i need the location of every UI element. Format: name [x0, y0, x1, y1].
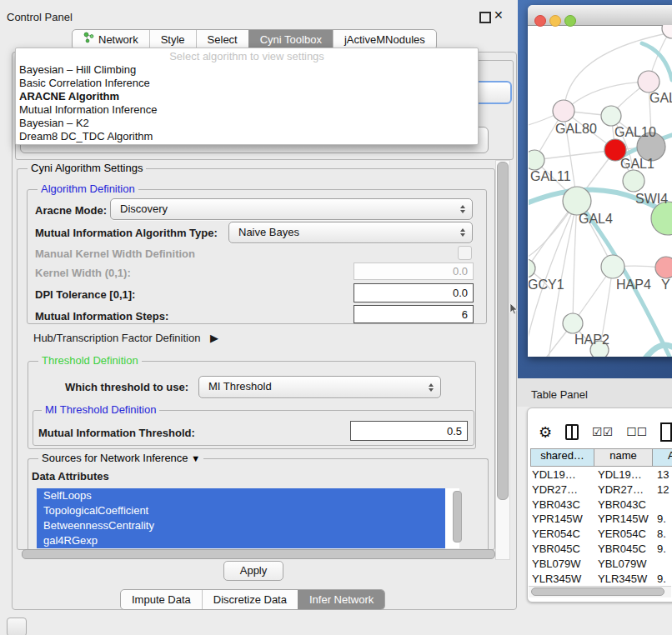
- table-cell[interactable]: 9.: [656, 572, 672, 586]
- table-cell[interactable]: YDL19…: [596, 468, 656, 482]
- kernel-width-field[interactable]: 0.0: [354, 262, 474, 280]
- table-row[interactable]: YER054CYER054C8.: [530, 527, 672, 542]
- manual-kernel-checkbox[interactable]: [458, 246, 472, 260]
- table-cell[interactable]: 9.: [656, 542, 672, 557]
- algorithm-option-bayesian-hill-climbing[interactable]: Bayesian – Hill Climbing: [16, 63, 478, 77]
- split-columns-icon[interactable]: [565, 424, 579, 440]
- hub-definition-toggle[interactable]: Hub/Transcription Factor Definition ▶: [33, 332, 218, 344]
- attribute-item-gal4rgexp[interactable]: gal4RGexp: [37, 533, 445, 548]
- tab-impute-data[interactable]: Impute Data: [121, 590, 202, 609]
- table-cell[interactable]: YBR045C: [596, 542, 656, 557]
- which-threshold-combobox[interactable]: MI Threshold: [198, 376, 441, 398]
- table-row[interactable]: YBL079WYBL079W: [530, 557, 672, 572]
- table-row[interactable]: YBR043CYBR043C: [530, 498, 672, 512]
- network-node-y[interactable]: [655, 257, 672, 278]
- table-cell[interactable]: YBR043C: [530, 498, 596, 512]
- table-cell[interactable]: YER054C: [530, 527, 596, 542]
- table-cell[interactable]: [656, 557, 672, 572]
- table-cell[interactable]: YDR27…: [530, 482, 596, 498]
- settings-scrollbar-thumb[interactable]: [497, 162, 509, 500]
- spinner-arrows-icon: [460, 228, 465, 237]
- manual-kernel-label: Manual Kernel Width Definition: [35, 248, 195, 260]
- algorithm-option-bayesian-k2[interactable]: Bayesian – K2: [16, 117, 478, 130]
- threshold-definition-title: Threshold Definition: [38, 354, 142, 367]
- algorithm-option-dream8-dc-tdc-algorithm[interactable]: Dream8 DC_TDC Algorithm: [16, 130, 478, 143]
- attribute-item-topologicalcoefficient[interactable]: TopologicalCoefficient: [37, 503, 445, 518]
- table-cell[interactable]: YPR145W: [596, 512, 656, 527]
- network-node-label-gal1: GAL1: [620, 157, 654, 171]
- table-cell[interactable]: YPR145W: [530, 512, 596, 527]
- mi-threshold-label: Mutual Information Threshold:: [38, 427, 195, 439]
- table-cell[interactable]: 9.: [656, 512, 672, 527]
- network-node[interactable]: [662, 25, 672, 38]
- network-node-hap4[interactable]: [601, 255, 624, 278]
- settings-gear-icon[interactable]: ⚙: [539, 423, 552, 441]
- mi-threshold-field[interactable]: 0.5: [350, 421, 468, 441]
- table-row[interactable]: YPR145WYPR145W9.: [530, 512, 672, 527]
- unselect-columns-icon[interactable]: ☐☐: [626, 425, 647, 438]
- sources-title[interactable]: Sources for Network Inference ▼: [38, 452, 203, 464]
- table-cell[interactable]: YBL079W: [596, 557, 656, 572]
- table-cell[interactable]: YBL079W: [530, 557, 596, 572]
- network-node-hap2[interactable]: [563, 313, 583, 333]
- tab-select[interactable]: Select: [196, 30, 248, 49]
- dpi-tolerance-field[interactable]: 0.0: [354, 283, 474, 302]
- network-node-gal11[interactable]: [529, 150, 544, 170]
- collapsed-panel-button[interactable]: [7, 618, 27, 635]
- tab-network-label: Network: [98, 30, 138, 49]
- table-cell[interactable]: YLR345W: [530, 572, 596, 586]
- tab-network[interactable]: Network: [73, 30, 149, 49]
- tab-style[interactable]: Style: [149, 30, 196, 49]
- mi-steps-field[interactable]: 6: [354, 305, 474, 323]
- float-panel-button[interactable]: [479, 12, 491, 23]
- network-window-titlebar[interactable]: [528, 5, 672, 26]
- table-row[interactable]: YDL19…YDL19…13: [530, 468, 672, 482]
- tab-infer-network[interactable]: Infer Network: [298, 590, 384, 609]
- table-row[interactable]: YLR345WYLR345W9.: [530, 572, 672, 586]
- tab-impute-data-label: Impute Data: [132, 590, 191, 609]
- network-node-gcy1[interactable]: [529, 259, 535, 278]
- select-columns-icon[interactable]: ☑☑: [592, 425, 613, 438]
- network-node-swi4[interactable]: [623, 170, 644, 192]
- attributes-list-scrollbar[interactable]: [453, 491, 462, 542]
- apply-button[interactable]: Apply: [223, 561, 283, 581]
- close-panel-button[interactable]: ✕: [494, 8, 504, 22]
- table-hscrollbar-thumb[interactable]: [531, 588, 664, 596]
- column-header-shared[interactable]: shared…: [530, 448, 594, 467]
- new-table-icon[interactable]: [660, 422, 672, 442]
- column-header-name[interactable]: name: [594, 448, 653, 467]
- algorithm-option-mutual-information-inference[interactable]: Mutual Information Inference: [16, 103, 478, 117]
- table-cell[interactable]: YER054C: [596, 527, 656, 542]
- table-cell[interactable]: 12: [656, 482, 672, 498]
- tab-discretize-data[interactable]: Discretize Data: [202, 590, 298, 609]
- data-attributes-label: Data Attributes: [32, 470, 109, 482]
- table-cell[interactable]: YBR045C: [530, 542, 596, 557]
- network-node-gal4[interactable]: [563, 187, 591, 215]
- attribute-item-selfloops[interactable]: SelfLoops: [37, 488, 445, 503]
- table-row[interactable]: YBR045CYBR045C9.: [530, 542, 672, 557]
- network-node-gal2[interactable]: [638, 71, 659, 92]
- mi-type-combobox[interactable]: Naive Bayes: [228, 222, 473, 243]
- table-row[interactable]: YDR27…YDR27…12: [530, 482, 672, 498]
- table-cell[interactable]: YDR27…: [596, 482, 656, 498]
- table-cell[interactable]: YBR043C: [596, 498, 656, 512]
- settings-hscrollbar-thumb[interactable]: [22, 549, 495, 559]
- tab-discretize-data-label: Discretize Data: [213, 590, 287, 609]
- table-cell[interactable]: 13: [656, 468, 672, 482]
- algorithm-option-aracne-algorithm[interactable]: ARACNE Algorithm: [16, 90, 478, 103]
- network-node-gal80[interactable]: [553, 100, 574, 122]
- network-canvas[interactable]: GAL2GAL80GAL10GAL1GAL11SWI4GAL4GCY1HAP4Y…: [529, 25, 672, 357]
- network-edge: [571, 82, 649, 105]
- tab-jactivemnodules[interactable]: jActiveMNodules: [333, 30, 436, 49]
- table-cell[interactable]: YDL19…: [530, 468, 596, 482]
- network-node-gal10[interactable]: [601, 106, 621, 126]
- column-header-a[interactable]: A: [653, 448, 672, 467]
- table-cell[interactable]: [656, 498, 672, 512]
- tab-cyni-toolbox[interactable]: Cyni Toolbox: [248, 30, 333, 49]
- table-cell[interactable]: YLR345W: [596, 572, 656, 586]
- aracne-mode-combobox[interactable]: Discovery: [110, 198, 473, 220]
- algorithm-option-basic-correlation-inference[interactable]: Basic Correlation Inference: [16, 77, 478, 90]
- cyni-algorithm-settings-title: Cyni Algorithm Settings: [28, 162, 146, 174]
- attribute-item-betweennesscentrality[interactable]: BetweennessCentrality: [37, 518, 445, 533]
- table-cell[interactable]: 8.: [656, 527, 672, 542]
